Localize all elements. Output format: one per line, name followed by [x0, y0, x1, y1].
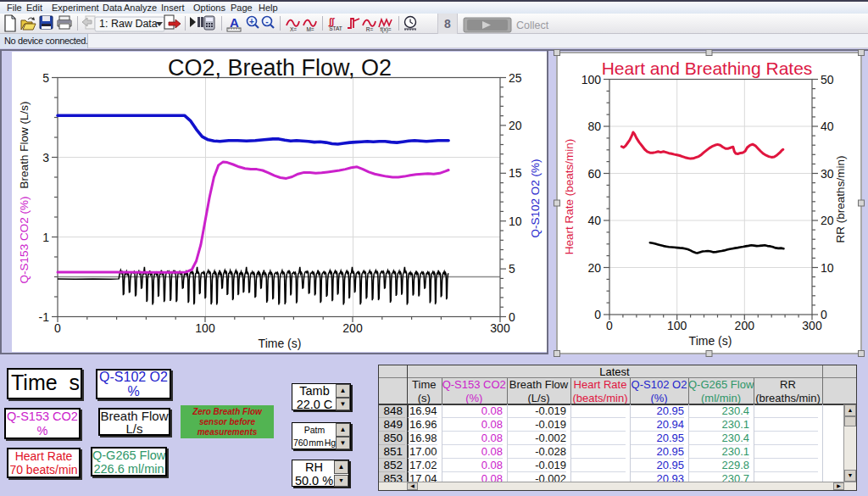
- svg-text:300: 300: [802, 319, 822, 332]
- svg-text:RR (breaths/min): RR (breaths/min): [834, 156, 847, 243]
- svg-text:+: +: [249, 17, 254, 26]
- svg-text:25: 25: [509, 71, 522, 85]
- svg-text:3: 3: [42, 151, 49, 164]
- svg-text:20: 20: [587, 261, 601, 275]
- svg-text:Breath Flow (L/s): Breath Flow (L/s): [18, 102, 31, 189]
- svg-text:-: -: [265, 17, 268, 26]
- svg-text:-1: -1: [39, 310, 50, 324]
- svg-text:10: 10: [821, 261, 834, 275]
- svg-text:100: 100: [667, 319, 687, 332]
- svg-text:Q-S153 CO2 (%): Q-S153 CO2 (%): [18, 197, 31, 284]
- svg-text:1: 1: [42, 231, 49, 244]
- svg-text:Collect: Collect: [516, 20, 549, 31]
- svg-text:300: 300: [490, 321, 510, 335]
- svg-text:200: 200: [342, 321, 363, 335]
- svg-text:M=: M=: [306, 26, 314, 32]
- svg-text:30: 30: [821, 167, 834, 181]
- svg-text:20: 20: [821, 214, 834, 227]
- svg-text:Q-S102 O2 (%): Q-S102 O2 (%): [529, 159, 542, 237]
- svg-text:60: 60: [587, 167, 601, 181]
- svg-text:1: Raw Data: 1: Raw Data: [99, 18, 158, 30]
- svg-text:20: 20: [509, 119, 522, 132]
- svg-text:X=: X=: [290, 26, 297, 32]
- svg-text:50: 50: [821, 73, 834, 86]
- svg-text:STAT: STAT: [329, 25, 342, 31]
- svg-text:R=: R=: [366, 26, 374, 32]
- svg-text:0: 0: [54, 321, 61, 335]
- svg-text:40: 40: [587, 214, 601, 227]
- svg-text:80: 80: [587, 120, 601, 133]
- svg-text:Heart and Breathing Rates: Heart and Breathing Rates: [602, 59, 813, 78]
- svg-text:200: 200: [735, 319, 755, 332]
- svg-text:5: 5: [42, 71, 49, 85]
- svg-text:100: 100: [195, 321, 215, 335]
- svg-text:A: A: [230, 15, 239, 30]
- svg-text:10: 10: [509, 215, 522, 228]
- svg-text:100: 100: [581, 73, 602, 86]
- svg-text:40: 40: [821, 120, 834, 133]
- svg-text:15: 15: [509, 166, 522, 180]
- svg-text:f(x)=: f(x)=: [380, 26, 391, 33]
- svg-text:Time (s): Time (s): [689, 334, 732, 348]
- svg-text:5: 5: [509, 262, 515, 276]
- svg-text:8: 8: [444, 17, 451, 31]
- svg-text:Time (s): Time (s): [259, 337, 302, 350]
- svg-text:Heart Rate (beats/min): Heart Rate (beats/min): [563, 139, 576, 255]
- svg-text:0: 0: [594, 308, 601, 321]
- svg-text:CO2, Breath Flow, O2: CO2, Breath Flow, O2: [168, 55, 392, 81]
- svg-text:0: 0: [606, 319, 613, 332]
